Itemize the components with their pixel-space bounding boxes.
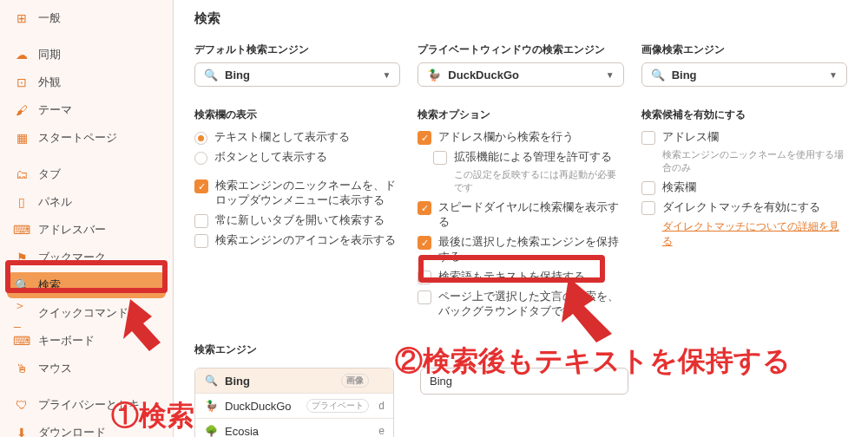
sidebar-item-11[interactable]: ⌨キーボード [7,328,166,354]
image-engine-label: 画像検索エンジン [641,42,847,57]
chevron-down-icon: ▼ [606,70,615,80]
chk-keeplast[interactable]: 最後に選択した検索エンジンを保持する [418,232,623,267]
chk-nickname[interactable]: 検索エンジンのニックネームを、ドロップダウンメニューに表示する [194,176,400,211]
duckduckgo-icon: 🦆 [427,68,441,82]
sidebar-item-label: 一般 [38,10,61,26]
chevron-down-icon: ▼ [829,70,838,80]
sidebar-item-7[interactable]: ⌨アドレスバー [7,217,166,243]
display-section-title: 検索欄の表示 [194,108,400,122]
checkbox-icon [641,131,655,145]
sidebar-item-10[interactable]: ＞_クイックコマンド [7,300,166,326]
search-icon: 🔍 [204,68,218,82]
suggest-section-title: 検索候補を有効にする [641,108,847,122]
ext-note: この設定を反映するには再起動が必要です [454,168,623,194]
radio-textfield[interactable]: テキスト欄として表示する [194,127,400,147]
chk-newtab[interactable]: 常に新しいタブを開いて検索する [194,211,400,231]
sidebar-item-icon: 🖌 [14,102,30,118]
sidebar-item-9[interactable]: 🔍検索 [7,272,166,298]
checkbox-icon [433,151,447,165]
sidebar-item-label: 同期 [38,47,61,62]
engine-icon: 🔍 [204,374,218,388]
checkbox-icon [418,201,431,215]
engines-title: 検索エンジン [194,342,847,357]
engine-name: DuckDuckGo [225,400,303,413]
sidebar-item-6[interactable]: ▯パネル [7,189,166,215]
sidebar-item-label: マウス [38,361,72,376]
sidebar-item-2[interactable]: ⊡外観 [7,69,166,95]
sidebar-item-icon: ▯ [14,194,30,210]
radio-icon [194,132,207,145]
chk-directmatch[interactable]: ダイレクトマッチを有効にする [641,198,847,218]
chk-keeptext[interactable]: 検索語もテキストを保持する [418,267,623,287]
settings-sidebar: ⊞一般☁同期⊡外観🖌テーマ▦スタートページ🗂タブ▯パネル⌨アドレスバー⚑ブックマ… [0,0,174,437]
sidebar-item-icon: ☁ [14,47,30,62]
checkbox-icon [418,271,431,284]
sidebar-item-icon: ⚑ [14,250,30,265]
options-section-title: 検索オプション [418,108,623,122]
sidebar-item-icon: 🛡 [14,397,30,413]
sidebar-item-3[interactable]: 🖌テーマ [7,97,166,123]
engine-name: Bing [225,375,338,388]
sidebar-item-1[interactable]: ☁同期 [7,42,166,68]
sidebar-item-label: スタートページ [38,130,117,146]
radio-icon [194,152,207,165]
default-engine-label: デフォルト検索エンジン [194,42,400,57]
sidebar-item-4[interactable]: ▦スタートページ [7,125,166,151]
private-engine-select[interactable]: 🦆 DuckDuckGo ▼ [418,62,623,87]
checkbox-icon [194,214,208,228]
chk-suggest-search[interactable]: 検索欄 [641,178,847,198]
checkbox-icon [418,290,431,304]
sidebar-item-label: ダウンロード [38,425,106,437]
chk-suggest-addr[interactable]: アドレス欄 [641,127,847,147]
engine-badge: 画像 [341,374,369,388]
checkbox-icon [641,181,655,195]
engine-key: e [369,425,385,437]
checkbox-icon [641,201,655,215]
suggest-note: 検索エンジンのニックネームを使用する場合のみ [662,148,847,174]
directmatch-link[interactable]: ダイレクトマッチについての詳細を見る [662,220,839,247]
checkbox-icon [418,236,431,250]
image-engine-select[interactable]: 🔍 Bing ▼ [641,62,847,87]
engine-name: Ecosia [225,425,369,438]
radio-button[interactable]: ボタンとして表示する [194,147,400,167]
sidebar-item-label: 外観 [38,75,61,90]
sidebar-item-icon: ▦ [14,130,30,146]
chevron-down-icon: ▼ [382,70,391,80]
sidebar-item-13[interactable]: 🛡プライバシーとセキ [7,392,166,418]
sidebar-item-label: パネル [38,194,72,210]
chk-bgtab[interactable]: ページ上で選択した文言の検索を、バックグラウンドタブで行う [418,287,623,322]
chk-showicon[interactable]: 検索エンジンのアイコンを表示する [194,231,400,251]
engine-row[interactable]: 🌳Ecosiae [195,419,393,437]
page-title: 検索 [194,10,847,27]
sidebar-item-label: 検索 [38,277,61,293]
sidebar-item-5[interactable]: 🗂タブ [7,161,166,187]
chk-speeddial[interactable]: スピードダイヤルに検索欄を表示する [418,198,623,232]
sidebar-item-label: タブ [38,166,61,182]
chk-addrsearch[interactable]: アドレス欄から検索を行う [418,127,623,147]
settings-content: 検索 デフォルト検索エンジン 🔍 Bing ▼ プライベートウィンドウの検索エン… [174,0,868,437]
checkbox-icon [194,179,208,193]
default-engine-select[interactable]: 🔍 Bing ▼ [194,62,400,87]
sidebar-item-14[interactable]: ⬇ダウンロード [7,420,166,437]
sidebar-item-icon: ＞_ [14,305,30,321]
engine-row[interactable]: 🔍Bing画像 [195,369,393,394]
engine-key: d [369,400,385,412]
sidebar-item-label: テーマ [38,102,72,118]
sidebar-item-12[interactable]: 🖱マウス [7,355,166,382]
chk-extmgmt[interactable]: 拡張機能による管理を許可する [433,147,623,167]
search-icon: 🔍 [651,68,665,82]
sidebar-item-icon: 🔍 [14,277,30,293]
sidebar-item-label: アドレスバー [38,222,106,238]
sidebar-item-icon: ⌨ [14,333,30,349]
checkbox-icon [418,131,431,145]
sidebar-item-0[interactable]: ⊞一般 [7,5,166,31]
sidebar-item-8[interactable]: ⚑ブックマーク [7,245,166,271]
sidebar-item-label: キーボード [38,333,95,349]
sidebar-item-icon: 🗂 [14,166,30,182]
sidebar-item-icon: ⊞ [14,10,30,26]
engine-badge: プライベート [306,399,369,413]
engine-row[interactable]: 🦆DuckDuckGoプライベートd [195,394,393,419]
private-engine-label: プライベートウィンドウの検索エンジン [418,42,623,57]
engine-name-input[interactable]: Bing [420,368,628,395]
sidebar-item-label: プライバシーとセキ [38,397,140,413]
